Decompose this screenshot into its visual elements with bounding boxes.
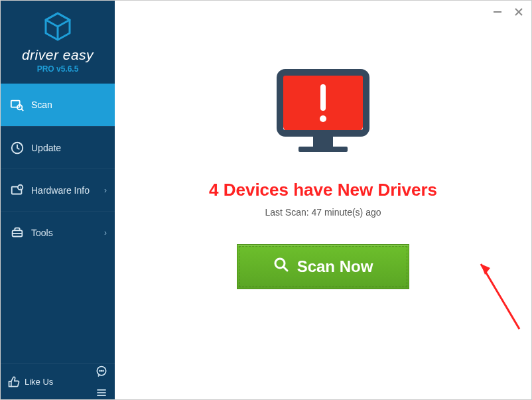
like-us-button[interactable]: Like Us [7, 375, 53, 389]
svg-point-13 [100, 370, 100, 371]
svg-marker-1 [46, 13, 70, 27]
scan-now-button[interactable]: Scan Now [237, 244, 409, 289]
sidebar-item-label: Hardware Info [31, 185, 90, 196]
update-icon [10, 141, 25, 155]
app-window: driver easy PRO v5.6.5 Scan [0, 0, 532, 400]
svg-line-30 [481, 264, 519, 329]
svg-text:i: i [20, 186, 21, 190]
like-us-label: Like Us [25, 377, 53, 387]
search-icon [273, 257, 289, 277]
brand-name: driver easy [22, 47, 94, 63]
sidebar-bottom: Like Us [1, 364, 115, 399]
sidebar: driver easy PRO v5.6.5 Scan [1, 1, 115, 399]
sidebar-item-hardware[interactable]: i Hardware Info › [1, 168, 115, 211]
svg-rect-3 [11, 101, 20, 107]
annotation-arrow-icon [473, 256, 532, 336]
svg-line-29 [283, 267, 287, 271]
svg-rect-25 [299, 147, 348, 152]
main-panel: 4 Devices have New Drivers Last Scan: 47… [115, 1, 531, 399]
version-label: PRO v5.6.5 [37, 64, 79, 74]
svg-marker-31 [481, 264, 490, 275]
sidebar-item-scan[interactable]: Scan [1, 84, 115, 126]
svg-point-15 [103, 370, 103, 371]
close-button[interactable] [513, 6, 525, 18]
menu-icon[interactable] [95, 386, 108, 399]
hardware-icon: i [10, 183, 25, 198]
thumbs-up-icon [7, 375, 21, 389]
brand-logo-icon [42, 11, 73, 44]
scan-icon [10, 98, 25, 112]
sidebar-item-label: Update [31, 143, 61, 153]
sidebar-item-label: Tools [31, 228, 53, 238]
chevron-right-icon: › [104, 228, 107, 237]
alert-monitor-icon [273, 67, 373, 163]
svg-point-27 [320, 115, 326, 122]
svg-line-5 [21, 109, 23, 111]
bottom-icons [95, 365, 108, 399]
sidebar-item-tools[interactable]: Tools › [1, 211, 115, 253]
sidebar-item-update[interactable]: Update [1, 126, 115, 168]
last-scan-text: Last Scan: 47 minute(s) ago [265, 207, 381, 218]
feedback-icon[interactable] [95, 365, 108, 378]
chevron-right-icon: › [104, 186, 107, 195]
scan-headline: 4 Devices have New Drivers [209, 180, 437, 200]
minimize-button[interactable] [492, 6, 503, 18]
svg-point-14 [101, 370, 102, 371]
tools-icon [10, 226, 25, 240]
nav: Scan Update i [1, 84, 115, 364]
window-controls [492, 6, 525, 18]
sidebar-item-label: Scan [31, 100, 52, 110]
svg-rect-24 [313, 136, 333, 147]
scan-button-label: Scan Now [297, 257, 373, 276]
logo-area: driver easy PRO v5.6.5 [1, 1, 115, 84]
